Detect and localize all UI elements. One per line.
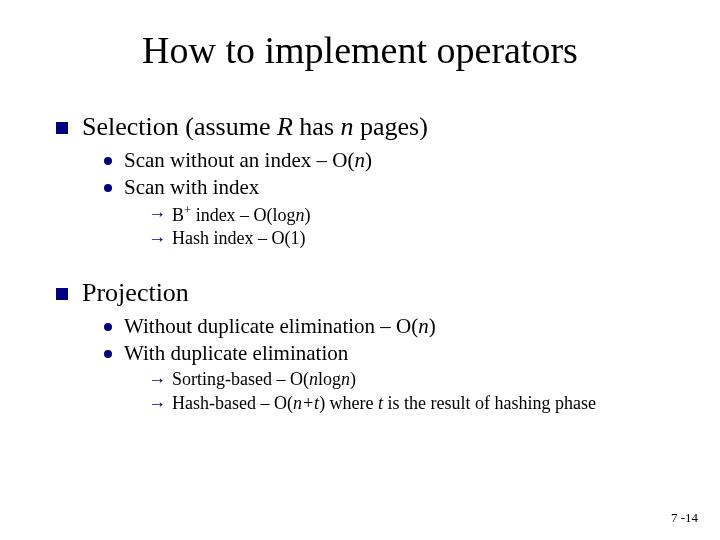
list-item: → Hash-based – O(n+t) where t is the res… <box>148 392 670 416</box>
text: is the result of hashing phase <box>383 393 596 413</box>
slide-title: How to implement operators <box>50 28 670 72</box>
item-text: Hash index – O(1) <box>172 227 305 250</box>
list-item: → Sorting-based – O(nlogn) <box>148 368 670 392</box>
text-italic: n+t <box>293 393 319 413</box>
heading-text: Selection (assume R has n pages) <box>82 112 428 142</box>
text-italic: n <box>418 314 429 338</box>
text: Scan with index <box>124 175 259 199</box>
text: ) where <box>319 393 378 413</box>
square-bullet-icon <box>56 288 68 300</box>
text-italic: n <box>341 112 354 141</box>
text: ) <box>365 148 372 172</box>
text: Projection <box>82 278 189 307</box>
subitems: Without duplicate elimination – O(n) Wit… <box>104 314 670 366</box>
text-italic: n <box>296 205 305 225</box>
list-item: → Hash index – O(1) <box>148 227 670 251</box>
arrow-icon: → <box>148 393 166 416</box>
text: Without duplicate elimination – O( <box>124 314 418 338</box>
item-text: Scan with index <box>124 175 259 200</box>
text: Sorting-based – O( <box>172 369 309 389</box>
slide: How to implement operators Selection (as… <box>0 0 720 445</box>
square-bullet-icon <box>56 122 68 134</box>
text: ) <box>305 205 311 225</box>
dot-bullet-icon <box>104 157 112 165</box>
list-item: Without duplicate elimination – O(n) <box>104 314 670 339</box>
item-text: B+ index – O(logn) <box>172 202 311 227</box>
text: Scan without an index – O( <box>124 148 354 172</box>
section-projection: Projection Without duplicate elimination… <box>56 278 670 417</box>
text: Selection (assume <box>82 112 277 141</box>
text: has <box>293 112 341 141</box>
text: B <box>172 205 184 225</box>
subitems: Scan without an index – O(n) Scan with i… <box>104 148 670 200</box>
text-italic: n <box>341 369 350 389</box>
arrow-icon: → <box>148 203 166 226</box>
dot-bullet-icon <box>104 323 112 331</box>
arrow-icon: → <box>148 228 166 251</box>
spacer <box>50 260 670 278</box>
arrow-icon: → <box>148 369 166 392</box>
text: ) <box>429 314 436 338</box>
list-item: With duplicate elimination <box>104 341 670 366</box>
text: Hash-based – O( <box>172 393 293 413</box>
text-italic: n <box>354 148 365 172</box>
page-number: 7 -14 <box>671 510 698 526</box>
section-selection: Selection (assume R has n pages) Scan wi… <box>56 112 670 252</box>
heading-text: Projection <box>82 278 189 308</box>
subsubitems: → B+ index – O(logn) → Hash index – O(1) <box>148 202 670 252</box>
text: log <box>318 369 341 389</box>
item-text: With duplicate elimination <box>124 341 348 366</box>
item-text: Without duplicate elimination – O(n) <box>124 314 436 339</box>
text: Hash index – O(1) <box>172 228 305 248</box>
dot-bullet-icon <box>104 350 112 358</box>
text: ) <box>350 369 356 389</box>
text-italic: R <box>277 112 293 141</box>
section-heading: Selection (assume R has n pages) <box>56 112 670 142</box>
text: With duplicate elimination <box>124 341 348 365</box>
text: pages) <box>354 112 428 141</box>
dot-bullet-icon <box>104 184 112 192</box>
list-item: → B+ index – O(logn) <box>148 202 670 227</box>
list-item: Scan without an index – O(n) <box>104 148 670 173</box>
item-text: Scan without an index – O(n) <box>124 148 372 173</box>
subsubitems: → Sorting-based – O(nlogn) → Hash-based … <box>148 368 670 417</box>
list-item: Scan with index <box>104 175 670 200</box>
text-italic: n <box>309 369 318 389</box>
item-text: Sorting-based – O(nlogn) <box>172 368 356 391</box>
text: index – O(log <box>191 205 295 225</box>
item-text: Hash-based – O(n+t) where t is the resul… <box>172 392 596 415</box>
section-heading: Projection <box>56 278 670 308</box>
